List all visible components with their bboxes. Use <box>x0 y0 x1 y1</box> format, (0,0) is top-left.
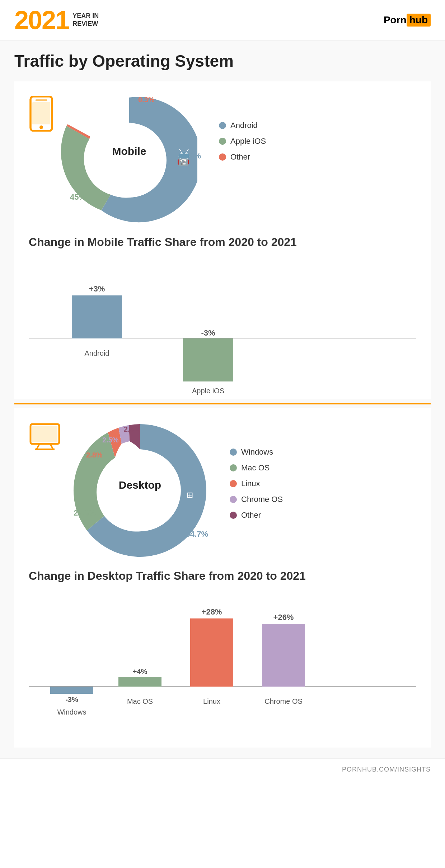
logo: 2021 YEAR IN REVIEW <box>14 7 99 33</box>
ios-bar <box>183 338 233 381</box>
desktop-bar-chart: -3% Windows +4% Mac OS +28% Linux +26% C… <box>29 593 416 715</box>
svg-line-13 <box>187 149 188 151</box>
chromeos-pct: 2.5% <box>102 436 119 444</box>
legend-chromeos: Chrome OS <box>230 495 283 504</box>
legend-android: Android <box>219 121 266 130</box>
svg-point-5 <box>92 123 167 198</box>
mobile-bar-chart: +3% Android -3% Apple iOS <box>29 260 416 367</box>
main-content: Traffic by Operating System <box>0 41 445 758</box>
linux-pct: 2.8% <box>86 451 103 459</box>
svg-line-12 <box>179 149 181 151</box>
header: 2021 YEAR IN REVIEW Pornhub <box>0 0 445 41</box>
windows-bar <box>50 687 93 694</box>
other-desktop-pct: 2.6% <box>124 425 140 433</box>
desktop-icon <box>29 422 61 452</box>
ios-bar-label: Apple iOS <box>183 387 233 395</box>
footer: PORNHUB.COM/INSIGHTS <box>0 758 445 781</box>
other-mobile-dot <box>219 153 226 161</box>
svg-rect-4 <box>32 102 50 124</box>
svg-text:Desktop: Desktop <box>119 479 161 491</box>
mobile-legend: Android Apple iOS Other <box>219 121 266 162</box>
mobile-icon <box>29 96 54 133</box>
android-dot <box>219 122 226 129</box>
macos-pct: 27.3% <box>74 508 96 518</box>
section-divider <box>14 403 431 404</box>
windows-bar-label: Windows <box>50 708 93 716</box>
linux-bar-label: Linux <box>190 697 233 706</box>
linux-bar <box>190 618 233 687</box>
legend-linux: Linux <box>230 479 283 488</box>
android-change-label: +3% <box>72 284 122 294</box>
mobile-change-title: Change in Mobile Traffic Share from 2020… <box>29 236 416 249</box>
macos-dot <box>230 464 237 471</box>
macos-bar <box>118 677 161 687</box>
macos-bar-label: Mac OS <box>118 697 161 706</box>
windows-pct: 64.7% <box>186 530 208 539</box>
chromeos-bar-label: Chrome OS <box>262 697 305 706</box>
svg-text:Mobile: Mobile <box>112 145 146 157</box>
windows-dot <box>230 449 237 456</box>
brand-logo: Pornhub <box>384 14 431 27</box>
chromeos-bar <box>262 624 305 687</box>
review-text: YEAR IN REVIEW <box>72 12 99 28</box>
legend-windows: Windows <box>230 447 283 457</box>
legend-other-mobile: Other <box>219 152 266 162</box>
legend-macos: Mac OS <box>230 463 283 473</box>
ios-pct: 45% <box>70 193 86 202</box>
mobile-donut-chart: Mobile 🤖 54% 45% 0.3% <box>61 92 197 228</box>
linux-dot <box>230 480 237 487</box>
desktop-change-title: Change in Desktop Traffic Share from 202… <box>29 569 416 583</box>
other-pct: 0.3% <box>138 96 155 104</box>
other-desktop-dot <box>230 512 237 519</box>
mobile-section: Mobile 🤖 54% 45% 0.3% <box>14 81 431 399</box>
legend-ios: Apple iOS <box>219 137 266 146</box>
legend-other-desktop: Other <box>230 511 283 520</box>
windows-change-label: -3% <box>50 696 93 704</box>
chromeos-change-label: +26% <box>262 613 305 622</box>
android-bar-label: Android <box>72 349 122 357</box>
svg-rect-18 <box>32 426 57 442</box>
desktop-section: Desktop ⊞ 64.7% 27.3% 2.8% 2.5% 2.6% Win… <box>14 408 431 748</box>
page-title: Traffic by Operating System <box>14 51 431 71</box>
desktop-donut-chart: Desktop ⊞ 64.7% 27.3% 2.8% 2.5% 2.6% <box>68 419 212 562</box>
android-bar <box>72 295 122 338</box>
desktop-legend: Windows Mac OS Linux Chrome OS Other <box>230 447 283 520</box>
linux-change-label: +28% <box>190 607 233 617</box>
macos-change-label: +4% <box>118 668 161 676</box>
year-logo: 2021 <box>14 7 69 33</box>
svg-rect-9 <box>179 153 189 158</box>
svg-point-3 <box>39 125 43 129</box>
android-icon <box>178 148 190 162</box>
ios-dot <box>219 138 226 145</box>
ios-change-label: -3% <box>183 328 233 338</box>
svg-text:⊞: ⊞ <box>187 490 193 499</box>
chromeos-dot <box>230 496 237 503</box>
